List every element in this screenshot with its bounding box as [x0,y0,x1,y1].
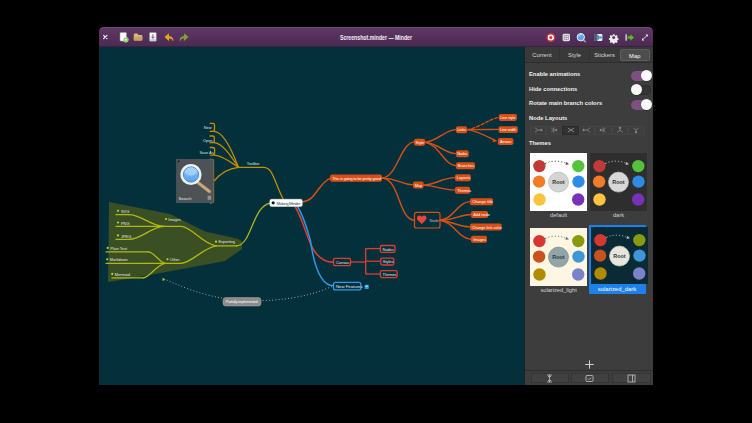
svg-text:Nodes: Nodes [457,151,467,156]
svg-text:Arrows: Arrows [500,139,512,144]
svg-text:PNG: PNG [121,221,129,226]
svg-text:Layouts: Layouts [457,175,471,180]
svg-text:Themes: Themes [457,188,471,193]
svg-text:Making Minder: Making Minder [277,201,301,206]
svg-text:Screenshot.minder — Minder: Screenshot.minder — Minder [340,34,412,41]
svg-text:Root: Root [613,253,625,259]
svg-text:Node: Node [430,218,439,223]
svg-text:JPEG: JPEG [121,234,131,239]
svg-text:Partially implemented: Partially implemented [226,299,259,304]
svg-text:Mermaid: Mermaid [115,272,130,277]
svg-text:Open: Open [203,138,213,143]
svg-text:Save As: Save As [199,150,213,155]
svg-text:Add node: Add node [473,212,490,217]
svg-text:SVG: SVG [121,209,129,214]
svg-text:Root: Root [612,179,624,185]
svg-text:Line style: Line style [500,115,515,120]
svg-text:Markdown: Markdown [110,257,128,262]
svg-text:Styles: Styles [383,259,394,264]
svg-text:Images: Images [473,237,486,242]
svg-text:Search: Search [179,196,193,201]
svg-text:Nodes: Nodes [383,247,394,252]
svg-text:Branches: Branches [458,163,474,168]
svg-text:Change link color: Change link color [472,225,503,230]
svg-text:Toolbar: Toolbar [247,161,260,166]
svg-text:Canvas: Canvas [336,260,349,265]
svg-text:New Features: New Features [336,284,363,289]
svg-text:Images: Images [168,217,181,222]
svg-text:New: New [204,125,212,130]
svg-text:Map: Map [415,183,423,188]
svg-text:Links: Links [457,127,466,132]
svg-text:Other: Other [170,257,180,262]
svg-text:Style: Style [416,140,425,145]
svg-text:Plain Text: Plain Text [110,246,128,251]
svg-text:Exporting: Exporting [219,239,235,244]
svg-text:Line width: Line width [500,127,517,132]
svg-text:Change title: Change title [472,199,493,204]
svg-text:This is going to be pretty goo: This is going to be pretty good [332,176,381,181]
svg-text:Themes: Themes [383,272,397,277]
svg-text:Root: Root [552,254,564,260]
svg-text:Root: Root [552,179,564,185]
